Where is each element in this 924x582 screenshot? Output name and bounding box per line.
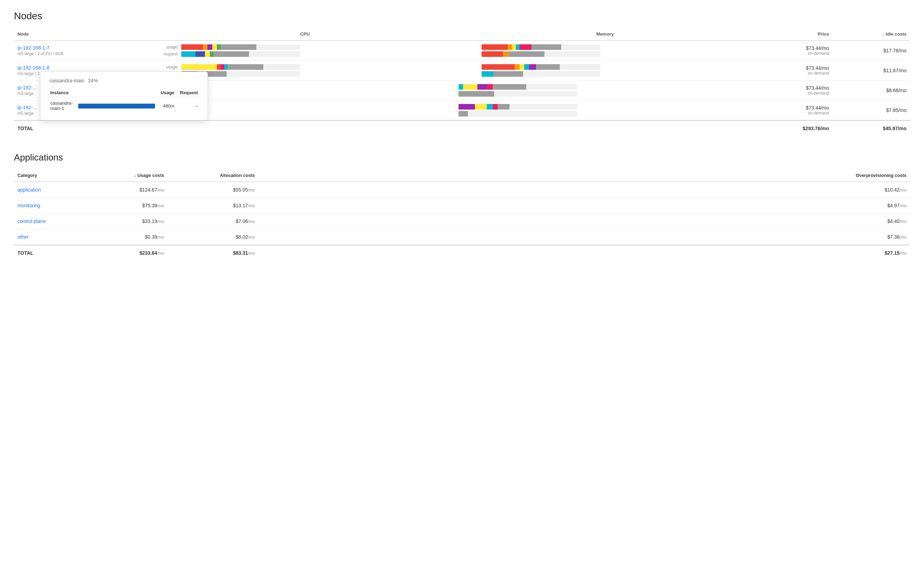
nodes-table-row: ip-192-168-1-7 m5.large / 2 vCPU / 8GB u…: [14, 41, 910, 61]
app-overprovisioning-cost: $10.42/mo: [258, 182, 910, 198]
app-link[interactable]: control-plane: [18, 219, 46, 224]
idle-sort-icon: ↓: [882, 31, 884, 37]
mem-request-bar-row: [459, 51, 751, 57]
tooltip-col-instance: Instance: [48, 89, 76, 97]
app-usage-cost: $124.67/mo: [91, 182, 168, 198]
nodes-total-label: TOTAL: [14, 120, 155, 135]
mem-request-bar-row: [459, 71, 751, 77]
tooltip-request-value: –: [177, 97, 200, 115]
cpu-usage-bar-row: usage:: [158, 44, 451, 50]
apps-total-overprovisioning: $27.15/mo: [258, 245, 910, 261]
tooltip-row: cassandra-main-1 480m –: [48, 97, 201, 115]
nodes-total-price: $293.76/mo: [755, 120, 833, 135]
apps-total-allocation: $83.31/mo: [168, 245, 258, 261]
apps-col-usage-costs: ↓ Usage costs: [91, 170, 168, 182]
col-header-memory: Memory: [455, 29, 755, 41]
tooltip-col-bar: [76, 89, 158, 97]
mem-request-bar-row: [459, 91, 751, 97]
mem-request-bar-row: [459, 111, 751, 117]
cpu-usage-bar-row: usage:: [158, 64, 451, 70]
nodes-total-row: TOTAL $293.76/mo $45.97/mo: [14, 120, 910, 135]
col-header-cpu: CPU: [155, 29, 455, 41]
apps-total-label: TOTAL: [14, 245, 91, 261]
app-allocation-cost: $13.17/mo: [168, 198, 258, 214]
col-header-idle-costs: ↓ Idle costs: [833, 29, 910, 41]
apps-total-row: TOTAL $233.64/mo $83.31/mo $27.15/mo: [14, 245, 910, 261]
mem-usage-bar-row: [459, 64, 751, 70]
cpu-request-bar-row: request:: [158, 51, 451, 57]
app-overprovisioning-cost: $7.36/mo: [258, 229, 910, 245]
applications-section: Applications Category ↓ Usage costs Allo…: [14, 152, 910, 261]
tooltip-title: cassandra-main 24%: [48, 77, 200, 84]
apps-col-allocation-costs: Allocation costs: [168, 170, 258, 182]
request-label: request:: [158, 52, 178, 56]
usage-label: usage:: [158, 64, 178, 69]
nodes-title: Nodes: [14, 10, 910, 21]
node-link[interactable]: ip-192-...: [18, 85, 37, 90]
node-idle-cost: $7.85/mo: [833, 100, 910, 121]
app-link[interactable]: monitoring: [18, 203, 40, 208]
apps-table-row: application $124.67/mo $55.05/mo $10.42/…: [14, 182, 910, 198]
tooltip-bar: [78, 104, 155, 109]
node-idle-cost: $17.78/mo: [833, 41, 910, 61]
apps-col-category: Category: [14, 170, 91, 182]
node-link[interactable]: ip-192-168-1-7: [18, 45, 50, 51]
apps-table-row: other $0.39/mo $8.02/mo $7.36/mo: [14, 229, 910, 245]
nodes-total-idle: $45.97/mo: [833, 120, 910, 135]
apps-table-row: monitoring $75.39/mo $13.17/mo $4.97/mo: [14, 198, 910, 214]
cassandra-tooltip: cassandra-main 24% Instance Usage Reques…: [40, 72, 208, 120]
app-overprovisioning-cost: $4.40/mo: [258, 214, 910, 229]
app-allocation-cost: $7.06/mo: [168, 214, 258, 229]
tooltip-table: Instance Usage Request cassandra-main-1 …: [48, 89, 201, 115]
node-price: $73.44/mo on-demand: [755, 61, 833, 81]
app-usage-cost: $33.19/mo: [91, 214, 168, 229]
app-category: other: [14, 229, 91, 245]
node-link[interactable]: ip-192-168-1-8: [18, 65, 50, 71]
applications-title: Applications: [14, 152, 910, 163]
col-header-node: Node: [14, 29, 155, 41]
tooltip-instance-name: cassandra-main-1: [48, 97, 76, 115]
node-idle-cost: $11.67/mo: [833, 61, 910, 81]
col-header-price: Price: [755, 29, 833, 41]
app-allocation-cost: $55.05/mo: [168, 182, 258, 198]
mem-usage-bar-row: [459, 104, 751, 110]
tooltip-col-request: Request: [177, 89, 200, 97]
node-price: $73.44/mo on-demand: [755, 41, 833, 61]
app-category: application: [14, 182, 91, 198]
app-overprovisioning-cost: $4.97/mo: [258, 198, 910, 214]
apps-table-row: control-plane $33.19/mo $7.06/mo $4.40/m…: [14, 214, 910, 229]
app-link[interactable]: other: [18, 234, 29, 240]
apps-total-usage: $233.64/mo: [91, 245, 168, 261]
node-spec: m5.large / 2 vCPU / 8GB: [18, 51, 151, 56]
applications-table: Category ↓ Usage costs Allocation costs …: [14, 170, 910, 261]
usage-label: usage:: [158, 44, 178, 49]
app-usage-cost: $0.39/mo: [91, 229, 168, 245]
app-link[interactable]: application: [18, 187, 41, 192]
app-category: monitoring: [14, 198, 91, 214]
node-idle-cost: $8.68/mo: [833, 81, 910, 100]
node-price: $73.44/mo on-demand: [755, 100, 833, 121]
mem-usage-bar-row: [459, 44, 751, 50]
apps-col-overprovisioning-costs: Overprovisioning costs: [258, 170, 910, 182]
node-price: $73.44/mo on-demand: [755, 81, 833, 100]
app-usage-cost: $75.39/mo: [91, 198, 168, 214]
tooltip-col-usage: Usage: [158, 89, 177, 97]
app-category: control-plane: [14, 214, 91, 229]
tooltip-usage-value: 480m: [158, 97, 177, 115]
app-allocation-cost: $8.02/mo: [168, 229, 258, 245]
node-link[interactable]: ip-192-...: [18, 105, 37, 110]
mem-usage-bar-row: [459, 84, 751, 90]
nodes-section: Nodes Node CPU Memory Price ↓ Idle costs…: [14, 10, 910, 135]
